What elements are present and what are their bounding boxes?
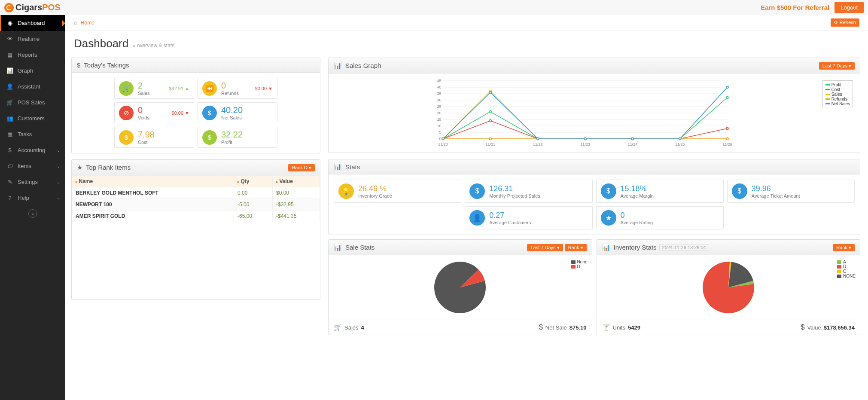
referral-link[interactable]: Earn $500 For Referral	[761, 4, 829, 11]
rank-dropdown[interactable]: Rank D ▾	[288, 164, 315, 171]
stat-label: Monthly Projected Sales	[489, 193, 540, 198]
sidebar-item-tasks[interactable]: ▦Tasks	[0, 126, 65, 142]
col-qty[interactable]: Qty	[234, 176, 273, 187]
tile-value: 32.22	[221, 130, 243, 140]
refresh-button[interactable]: ⟳ Refresh	[831, 18, 859, 27]
tile-change: $0.00 ▼	[172, 110, 189, 116]
sidebar-item-graph[interactable]: 📊Graph	[0, 63, 65, 79]
logo-text: Cigars	[15, 3, 42, 12]
panel-title: Today's Takings	[84, 61, 129, 69]
logo-icon	[4, 3, 14, 12]
sidebar: ◉Dashboard👁Realtime▤Reports📊Graph👤Assist…	[0, 15, 65, 400]
dollar-icon: $	[77, 61, 80, 69]
svg-text:11/21: 11/21	[486, 142, 496, 147]
panel-sale-stats: 📊 Sale Stats Last 7 Days ▾ Rank ▾ NoneD	[328, 239, 592, 335]
svg-text:11/26: 11/26	[722, 142, 732, 147]
svg-point-61	[726, 86, 728, 89]
sidebar-item-label: Help	[18, 195, 29, 201]
chevron-down-icon: ▾	[557, 245, 560, 250]
stat-label: Average Ticket Amount	[752, 193, 800, 198]
table-row[interactable]: AMER SPIRIT GOLD-65.00-$441.35	[72, 211, 320, 222]
breadcrumb-home-link[interactable]: Home	[81, 20, 94, 26]
sidebar-item-help[interactable]: ?Help⌄	[0, 190, 65, 206]
timestamp: 2024-11-26 13:28:04	[659, 244, 709, 251]
sidebar-item-pos-sales[interactable]: 🛒POS Sales	[0, 95, 65, 110]
stat-tile-inventory-grade: 💡26.46 %Inventory Grade	[334, 180, 461, 203]
panel-title: Sale Stats	[345, 244, 375, 251]
col-value[interactable]: Value	[273, 176, 320, 187]
sidebar-item-reports[interactable]: ▤Reports	[0, 47, 65, 63]
tile-value: 2	[138, 81, 150, 91]
svg-point-59	[631, 138, 633, 140]
home-icon[interactable]: ⌂	[74, 19, 77, 26]
panel-title: Top Rank Items	[86, 164, 131, 171]
panel-title: Stats	[345, 163, 360, 171]
chart-legend: ADCNONE	[837, 260, 856, 278]
svg-text:40: 40	[437, 85, 441, 89]
star-icon: ★	[601, 210, 616, 226]
takings-tile-net-sales: $40.20Net Sales	[198, 102, 277, 123]
users-icon: 👥	[6, 115, 13, 122]
logo[interactable]: CigarsPOS	[4, 3, 61, 12]
chevron-down-icon: ▾	[849, 245, 851, 250]
svg-text:11/25: 11/25	[675, 142, 685, 147]
legend-item: Net Sales	[825, 101, 850, 106]
bars-icon: 📊	[6, 67, 13, 74]
svg-text:30: 30	[437, 98, 441, 102]
date-range-dropdown[interactable]: Last 7 Days ▾	[819, 62, 855, 70]
rank-dropdown[interactable]: Rank ▾	[833, 244, 855, 251]
panel-stats: 📊 Stats 💡26.46 %Inventory Grade$126.31Mo…	[328, 159, 860, 235]
logout-button[interactable]: Logout	[834, 2, 864, 13]
legend-item: NONE	[837, 274, 856, 278]
svg-text:5: 5	[439, 130, 441, 134]
sidebar-item-items[interactable]: 🏷Items⌄	[0, 158, 65, 174]
sidebar-item-assistant[interactable]: 👤Assistant	[0, 79, 65, 95]
page-header: Dashboard » overview & stats	[65, 31, 868, 52]
tile-label: Net Sales	[221, 115, 243, 120]
legend-item: Sales	[825, 92, 850, 97]
chart-legend: NoneD	[571, 260, 588, 269]
sidebar-item-customers[interactable]: 👥Customers	[0, 110, 65, 126]
panel-title: Sales Graph	[345, 62, 381, 69]
legend-item: Cost	[825, 87, 850, 92]
sidebar-item-dashboard[interactable]: ◉Dashboard	[0, 15, 65, 31]
panel-footer: 🛒 Sales 4 $ Net Sale $75.10	[329, 320, 592, 335]
cell-name: AMER SPIRIT GOLD	[72, 211, 234, 222]
svg-point-33	[726, 97, 728, 99]
content: ⌂ Home ⟳ Refresh Dashboard » overview & …	[65, 15, 868, 400]
takings-tile-sales: 🛒2Sales$42.91 ▲	[114, 78, 194, 99]
col-name[interactable]: Name	[72, 176, 234, 187]
tile-value: 0	[138, 105, 149, 115]
dollar-icon: $	[119, 130, 134, 145]
panel-top-rank: ★ Top Rank Items Rank D ▾ Name Qty Value…	[71, 159, 320, 300]
sidebar-item-label: Dashboard	[18, 20, 45, 26]
legend-item: C	[837, 269, 856, 274]
user-icon: 👤	[6, 83, 13, 90]
tile-value: 0	[221, 81, 239, 91]
date-range-dropdown[interactable]: Last 7 Days ▾	[527, 244, 563, 251]
tile-label: Voids	[138, 115, 149, 120]
sidebar-collapse-button[interactable]: «	[0, 206, 65, 221]
cell-qty: -65.00	[234, 211, 273, 222]
legend-item: A	[837, 260, 856, 264]
table-row[interactable]: NEWPORT 100-5.00-$32.95	[72, 199, 320, 211]
ban-icon: ⊘	[119, 106, 134, 120]
svg-text:20: 20	[437, 111, 441, 115]
sidebar-item-accounting[interactable]: $Accounting⌄	[0, 142, 65, 158]
inventory-stats-pie-chart	[696, 260, 761, 315]
chevron-down-icon: ▾	[309, 165, 311, 170]
stat-label: Average Rating	[621, 220, 653, 225]
rank-dropdown[interactable]: Rank ▾	[565, 244, 587, 251]
svg-text:0: 0	[439, 137, 441, 141]
chevron-down-icon: ▾	[849, 63, 851, 68]
svg-point-28	[489, 111, 491, 113]
stat-tile-average-customers: 👤0.27Average Customers	[465, 206, 592, 229]
sidebar-item-realtime[interactable]: 👁Realtime	[0, 31, 65, 47]
star-icon: ★	[77, 164, 82, 171]
table-row[interactable]: BERKLEY GOLD MENTHOL SOFT0.00$0.00	[72, 187, 320, 199]
svg-point-35	[489, 120, 491, 122]
sidebar-item-settings[interactable]: ✎Settings⌄	[0, 174, 65, 190]
svg-point-58	[584, 138, 586, 140]
page-title: Dashboard	[74, 37, 128, 50]
takings-tile-voids: ⊘0Voids$0.00 ▼	[114, 102, 194, 123]
